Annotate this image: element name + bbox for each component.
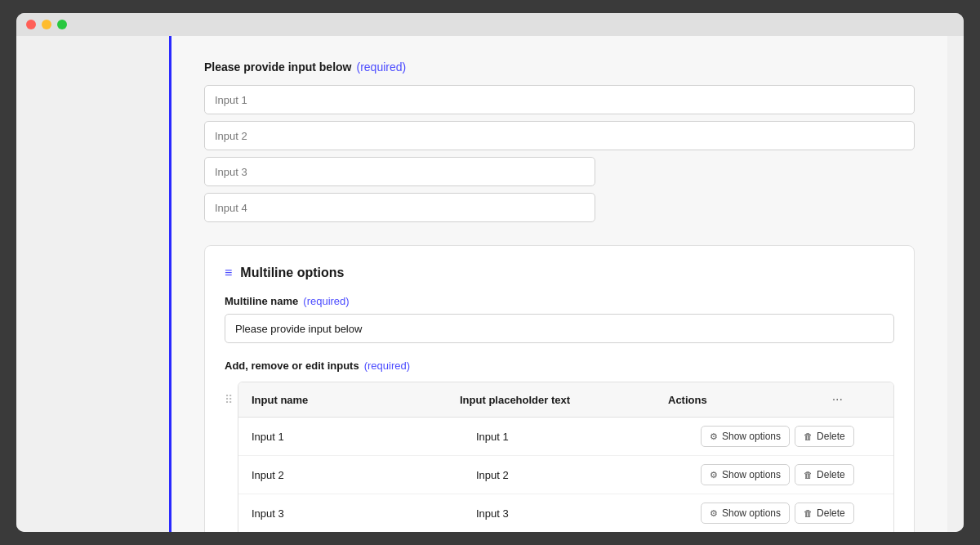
- minimize-button[interactable]: [42, 20, 51, 29]
- col-actions-label: Actions: [668, 394, 707, 406]
- row-3-delete-button[interactable]: 🗑 Delete: [795, 503, 854, 524]
- trash-icon: 🗑: [804, 470, 813, 480]
- main-window: Please provide input below(required) ≡ M…: [16, 13, 964, 532]
- table-section-label: Add, remove or edit inputs(required): [225, 360, 894, 372]
- table-row: Input 2 Input 2 ⚙ Show options 🗑 Delete: [238, 456, 893, 494]
- multiline-header: ≡ Multiline options: [225, 266, 894, 280]
- main-content: Please provide input below(required) ≡ M…: [172, 36, 947, 532]
- titlebar: [16, 13, 964, 36]
- multiline-name-input[interactable]: [225, 314, 894, 343]
- row-1-delete-button[interactable]: 🗑 Delete: [795, 426, 854, 447]
- row-2-input-name: Input 2: [252, 469, 476, 481]
- input-field-1[interactable]: [204, 85, 915, 114]
- input-field-3[interactable]: [204, 157, 595, 186]
- row-1-placeholder: Input 1: [476, 431, 701, 443]
- inputs-table: Input name Input placeholder text Action…: [238, 382, 894, 532]
- multiline-name-label: Multiline name(required): [225, 295, 894, 307]
- close-button[interactable]: [26, 20, 36, 29]
- row-1-input-name: Input 1: [252, 431, 476, 443]
- options-icon: ⚙: [710, 470, 718, 480]
- col-actions-header: Actions ···: [668, 391, 848, 409]
- multiline-title: Multiline options: [240, 266, 344, 280]
- table-header: Input name Input placeholder text Action…: [238, 382, 893, 418]
- maximize-button[interactable]: [57, 20, 67, 29]
- window-body: Please provide input below(required) ≡ M…: [16, 36, 964, 532]
- top-section-label: Please provide input below(required): [204, 60, 915, 74]
- more-options-icon[interactable]: ···: [827, 391, 848, 409]
- trash-icon: 🗑: [804, 508, 813, 518]
- row-1-actions: ⚙ Show options 🗑 Delete: [701, 426, 880, 447]
- input-field-2[interactable]: [204, 121, 915, 150]
- drag-handle-icon[interactable]: ⠿: [225, 393, 233, 406]
- table-wrapper: ⠿ Input name Input placeholder text Acti…: [225, 382, 894, 532]
- trash-icon: 🗑: [804, 431, 813, 441]
- row-2-actions: ⚙ Show options 🗑 Delete: [701, 464, 880, 485]
- col-placeholder-header: Input placeholder text: [460, 394, 668, 406]
- multiline-options-section: ≡ Multiline options Multiline name(requi…: [204, 245, 915, 532]
- right-sidebar: [947, 36, 964, 532]
- top-inputs-section: Please provide input below(required): [204, 60, 915, 222]
- row-2-show-options-button[interactable]: ⚙ Show options: [701, 464, 790, 485]
- row-3-actions: ⚙ Show options 🗑 Delete: [701, 503, 880, 524]
- table-row: Input 3 Input 3 ⚙ Show options 🗑 Delete: [238, 494, 893, 532]
- multiline-icon: ≡: [225, 266, 232, 280]
- row-3-show-options-button[interactable]: ⚙ Show options: [701, 503, 790, 524]
- row-3-input-name: Input 3: [252, 507, 476, 520]
- options-icon: ⚙: [710, 508, 718, 519]
- row-3-placeholder: Input 3: [476, 507, 701, 520]
- row-2-delete-button[interactable]: 🗑 Delete: [795, 464, 854, 485]
- row-1-show-options-button[interactable]: ⚙ Show options: [701, 426, 790, 447]
- row-2-placeholder: Input 2: [476, 469, 701, 481]
- table-row: Input 1 Input 1 ⚙ Show options 🗑 Delete: [238, 418, 893, 456]
- col-input-name-header: Input name: [252, 394, 460, 406]
- input-field-4[interactable]: [204, 193, 595, 222]
- left-sidebar: [16, 36, 172, 532]
- options-icon: ⚙: [710, 431, 718, 442]
